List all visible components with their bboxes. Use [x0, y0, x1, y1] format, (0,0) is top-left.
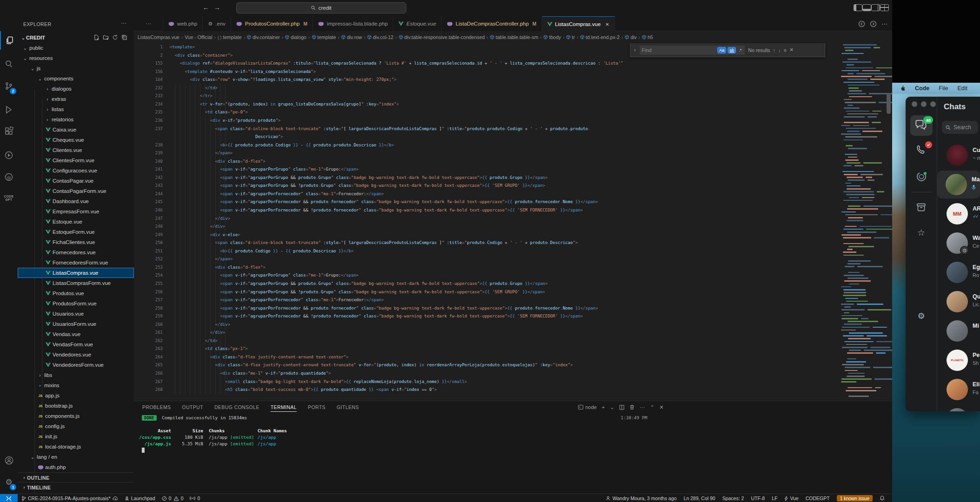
tree-item-listascomprasform-vue[interactable]: ListasComprasForm.vue	[18, 278, 134, 288]
tab-estoque-vue[interactable]: Estoque.vue	[393, 16, 442, 31]
code-line[interactable]: 244<span v-if="agruparPorFornecedor" cla…	[134, 190, 839, 198]
find-next-icon[interactable]: ↓	[778, 47, 781, 53]
code-line[interactable]: Descricao">	[134, 133, 839, 141]
tree-item-estoqueform-vue[interactable]: EstoqueForm.vue	[18, 227, 134, 237]
code-line[interactable]: 248</div>	[134, 223, 839, 231]
notifications-bell-icon[interactable]	[880, 495, 885, 501]
tree-item-app-js[interactable]: JSapp.js	[18, 390, 134, 401]
code-line[interactable]: 164<div class="row" v-show="!loadings.li…	[134, 76, 839, 84]
new-folder-icon[interactable]	[103, 34, 109, 40]
breadcrumb-item[interactable]: div	[625, 34, 636, 40]
chat-list-item[interactable]: EliFa	[938, 376, 980, 403]
toggle-replace-icon[interactable]: ›	[633, 47, 636, 53]
split-terminal-icon[interactable]	[619, 405, 624, 410]
code-line[interactable]: 237<span class="d-inline-block text-trun…	[134, 125, 839, 133]
code-line[interactable]: 262</td>	[134, 337, 839, 345]
refresh-icon[interactable]	[112, 34, 118, 40]
chats-tab-icon[interactable]: 40	[906, 119, 937, 131]
indentation-item[interactable]: Spaces: 2	[722, 495, 744, 501]
toggle-panel-icon[interactable]	[862, 4, 871, 11]
chat-search-input[interactable]: Search	[942, 121, 978, 134]
tree-item-mixins[interactable]: ›mixins	[18, 380, 134, 390]
archived-tab-icon[interactable]	[906, 203, 937, 212]
code-line[interactable]: 249<div v-else>	[134, 231, 839, 239]
whole-word-button[interactable]: ab	[728, 47, 736, 53]
tree-item-init-js[interactable]: JSinit.js	[18, 431, 134, 442]
eol-item[interactable]: LF	[772, 495, 777, 501]
tree-item-configuracoes-vue[interactable]: Configuracoes.vue	[18, 165, 134, 176]
code-line[interactable]: 241<span v-if="agruparPorGrupo" class="m…	[134, 165, 839, 174]
more-icon[interactable]: ⋯	[640, 404, 645, 410]
code-line[interactable]: 246<span v-if="agruparPorFornecedor && !…	[134, 206, 839, 215]
settings-tab-icon[interactable]: ⚙	[906, 312, 937, 320]
tree-item-listascompras-vue[interactable]: ListasCompras.vue	[18, 268, 134, 278]
code-line[interactable]: 252</span>	[134, 255, 839, 264]
code-line[interactable]: 247</div>	[134, 215, 839, 223]
code-line[interactable]: 268<h5 class="bold text-success mb-0">{{…	[134, 386, 839, 394]
explorer-more-icon[interactable]: ⋯	[121, 20, 126, 26]
nav-forward-icon[interactable]: →	[214, 4, 220, 11]
find-previous-icon[interactable]: ↑	[773, 47, 776, 53]
chat-list-item[interactable]: WaCe	[938, 229, 980, 257]
language-mode-item[interactable]: Vue	[784, 495, 798, 501]
panel-tab-output[interactable]: OUTPUT	[182, 404, 204, 410]
command-center[interactable]: credit	[236, 2, 406, 13]
known-issue-badge[interactable]: 1 known issue	[837, 495, 873, 502]
tab--env[interactable]: ⚙.env	[203, 16, 231, 31]
menu-app-name[interactable]: Code	[915, 85, 929, 92]
calls-tab-icon[interactable]: ↙	[906, 145, 937, 154]
tab-overflow-icon[interactable]: ⋯	[134, 16, 163, 31]
new-file-icon[interactable]	[93, 34, 99, 40]
panel-tab-gitlens[interactable]: GITLENS	[337, 404, 359, 410]
code-line[interactable]: 233</tr>	[134, 92, 839, 100]
tab-web-php[interactable]: web.php	[163, 16, 203, 31]
new-terminal-icon[interactable]: +	[602, 404, 604, 410]
tree-item-vendas-vue[interactable]: Vendas.vue	[18, 329, 134, 339]
tree-item-local-storage-js[interactable]: JSlocal-storage.js	[18, 442, 134, 452]
nav-back-icon[interactable]: ←	[203, 4, 209, 11]
breadcrumb-item[interactable]: template	[312, 34, 336, 40]
close-panel-icon[interactable]: ✕	[659, 404, 663, 410]
maximize-panel-icon[interactable]: ⌃	[650, 404, 654, 410]
tree-item-vendasform-vue[interactable]: VendasForm.vue	[18, 339, 134, 350]
tree-item-public[interactable]: ⌄public	[18, 43, 134, 53]
code-area[interactable]: 1<template>2<div class="container">155<d…	[134, 43, 839, 401]
code-line[interactable]: 266<div class="me-1" v-if="produto.quant…	[134, 370, 839, 378]
match-case-button[interactable]: Aa	[717, 47, 726, 53]
code-line[interactable]: 254<span v-if="agruparPorGrupo" class="m…	[134, 271, 839, 280]
breadcrumb[interactable]: ListasCompras.vue›Vue - Official›{ }temp…	[138, 31, 653, 43]
code-line[interactable]: 156<template #conteudo v-if="lista_compr…	[134, 68, 839, 76]
tree-item-vendedoresform-vue[interactable]: VendedoresForm.vue	[18, 360, 134, 370]
tree-item-auth-php[interactable]: auth.php	[18, 462, 134, 472]
breadcrumb-item[interactable]: tr	[566, 34, 575, 40]
find-in-selection-icon[interactable]: ≡	[784, 47, 787, 53]
tree-item-usuariosform-vue[interactable]: UsuariosForm.vue	[18, 319, 134, 329]
chat-list-item[interactable]: Sa	[938, 405, 980, 411]
activity-extensions-icon[interactable]	[0, 122, 18, 140]
breadcrumb-item[interactable]: div.row	[341, 34, 362, 40]
tree-item-empresasform-vue[interactable]: EmpresasForm.vue	[18, 206, 134, 217]
chat-list-item[interactable]: Ma	[937, 171, 980, 198]
tree-item-vendedores-vue[interactable]: Vendedores.vue	[18, 350, 134, 360]
code-line[interactable]: 253<div class="d-flex">	[134, 264, 839, 272]
activity-live-share-icon[interactable]	[0, 146, 18, 165]
breadcrumb-item[interactable]: table.table.table-sm	[490, 34, 538, 40]
tree-item-produtos-vue[interactable]: Produtos.vue	[18, 288, 134, 298]
status-tab-icon[interactable]	[906, 171, 937, 182]
tree-item-caixa-vue[interactable]: Caixa.vue	[18, 125, 134, 135]
chat-list-item[interactable]: EgRo	[938, 258, 980, 286]
activity-settings-icon[interactable]: ⚙1	[0, 473, 18, 491]
breadcrumb-item[interactable]: div.table-responsive.table-condensed	[399, 34, 485, 40]
breadcrumb-item[interactable]: ListasCompras.vue	[138, 34, 179, 40]
tree-item-contaspagar-vue[interactable]: ContasPagar.vue	[18, 176, 134, 186]
code-line[interactable]: 239</span>	[134, 149, 839, 158]
tree-item-js[interactable]: ⌄js	[18, 63, 134, 73]
gitlens-blame-item[interactable]: Wandry Moura, 3 months ago	[606, 495, 676, 501]
close-icon[interactable]: ✕	[605, 22, 609, 27]
starred-tab-icon[interactable]: ☆	[906, 228, 937, 237]
code-line[interactable]: 238<b>{{ produto.produto.Codigo }} - {{ …	[134, 141, 839, 150]
code-line[interactable]: 260</div>	[134, 321, 839, 329]
codegpt-item[interactable]: CODEGPT	[806, 495, 830, 501]
breadcrumb-item[interactable]: tbody	[543, 34, 561, 40]
code-line[interactable]: 235<td class="pe-0">	[134, 108, 839, 117]
